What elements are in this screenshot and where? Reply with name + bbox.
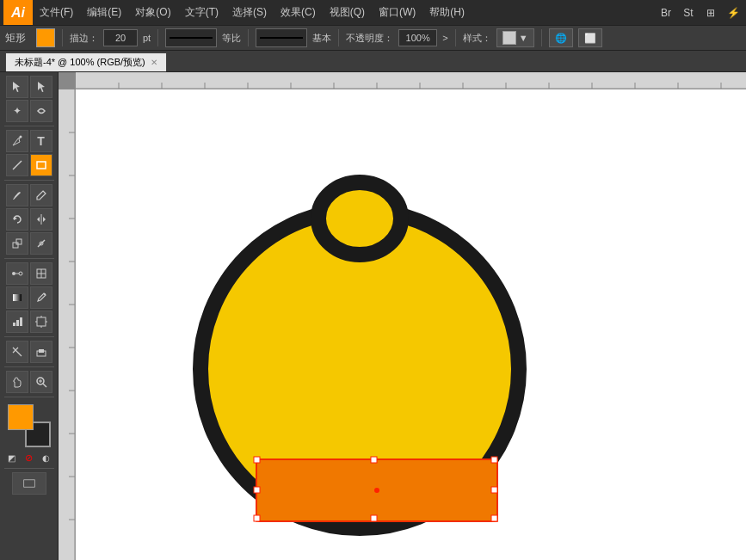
svg-rect-67: [254, 457, 260, 463]
stock-icon[interactable]: St: [679, 3, 698, 22]
svg-rect-29: [39, 349, 44, 353]
svg-point-2: [19, 136, 22, 138]
tool-row-12: [6, 371, 52, 393]
tool-row-4: [6, 154, 52, 176]
style-btn[interactable]: ▼: [496, 28, 534, 47]
mesh-tool[interactable]: [30, 262, 52, 285]
fill-color-swatch[interactable]: [8, 404, 34, 430]
menu-type[interactable]: 文字(T): [178, 0, 225, 25]
menu-object[interactable]: 对象(O): [128, 0, 177, 25]
tool-row-2: ✦: [6, 100, 52, 122]
color-area: [4, 404, 54, 447]
svg-marker-1: [38, 82, 45, 92]
svg-rect-4: [37, 162, 46, 169]
menu-effect[interactable]: 效果(C): [274, 0, 323, 25]
paintbrush-tool[interactable]: [6, 184, 28, 206]
eyedropper-tool[interactable]: [30, 286, 52, 309]
pencil-tool[interactable]: [30, 184, 52, 206]
svg-point-13: [19, 272, 22, 275]
gradient-tool[interactable]: [6, 286, 28, 309]
svg-rect-74: [491, 487, 497, 493]
svg-marker-8: [43, 217, 46, 222]
menu-view[interactable]: 视图(Q): [323, 0, 372, 25]
mirror-tool[interactable]: [30, 208, 52, 231]
left-toolbar: ✦ T: [0, 72, 59, 560]
menu-help[interactable]: 帮助(H): [422, 0, 472, 25]
graph-tool[interactable]: [6, 311, 28, 333]
stroke-line-preview2[interactable]: [256, 28, 307, 47]
menu-items: 文件(F) 编辑(E) 对象(O) 文字(T) 选择(S) 效果(C) 视图(Q…: [33, 0, 657, 25]
tab-close-icon[interactable]: ✕: [151, 58, 157, 67]
svg-rect-20: [13, 323, 15, 326]
svg-point-64: [318, 182, 401, 255]
slice-tool[interactable]: [6, 341, 28, 363]
tab-bar: 未标题-4* @ 100% (RGB/预览) ✕: [0, 51, 746, 72]
search-icon[interactable]: ⚡: [724, 3, 743, 22]
svg-rect-9: [13, 243, 18, 248]
tool-row-7: [6, 232, 52, 255]
opacity-input[interactable]: [398, 29, 437, 46]
proportional-label: 等比: [222, 32, 241, 45]
line-tool[interactable]: [6, 154, 28, 176]
artboard-tool[interactable]: [30, 311, 52, 333]
hand-tool[interactable]: [6, 371, 28, 393]
lasso-tool[interactable]: [30, 100, 52, 122]
svg-line-31: [43, 384, 46, 387]
select-tool[interactable]: [6, 76, 28, 98]
svg-rect-71: [371, 457, 377, 463]
rotate-tool[interactable]: [6, 208, 28, 231]
app-logo: Ai: [3, 0, 33, 25]
svg-rect-68: [491, 457, 497, 463]
tool-row-11: [6, 341, 52, 363]
style-label: 样式：: [463, 32, 491, 45]
svg-point-12: [12, 272, 15, 275]
tab-main[interactable]: 未标题-4* @ 100% (RGB/预览) ✕: [5, 52, 167, 71]
magic-wand-tool[interactable]: ✦: [6, 100, 28, 122]
menu-window[interactable]: 窗口(W): [372, 0, 422, 25]
svg-rect-21: [16, 320, 19, 326]
blend-tool[interactable]: [6, 262, 28, 285]
gradient-color-btn[interactable]: ◐: [40, 451, 53, 465]
menu-file[interactable]: 文件(F): [33, 0, 80, 25]
direct-select-tool[interactable]: [30, 76, 52, 98]
tool-row-3: T: [6, 130, 52, 152]
stroke-input[interactable]: [103, 29, 138, 46]
pen-tool[interactable]: [6, 130, 28, 152]
zoom-tool[interactable]: [30, 371, 52, 393]
svg-marker-0: [13, 82, 20, 92]
svg-rect-69: [254, 515, 260, 521]
tool-row-5: [6, 184, 52, 206]
svg-marker-7: [37, 217, 40, 222]
svg-rect-72: [371, 515, 377, 521]
shape-label: 矩形: [5, 31, 31, 46]
svg-point-19: [44, 293, 46, 295]
svg-rect-18: [13, 294, 22, 301]
default-colors-btn[interactable]: ◩: [5, 451, 19, 465]
opacity-arrow: >: [442, 33, 447, 43]
bridge-icon[interactable]: Br: [657, 3, 675, 22]
svg-rect-10: [16, 239, 22, 244]
svg-line-3: [13, 161, 22, 169]
artboard-btn[interactable]: ⬜: [578, 28, 602, 47]
toolbar-fill-color[interactable]: [36, 28, 55, 47]
svg-rect-70: [491, 515, 497, 521]
canvas-btn[interactable]: 🌐: [549, 28, 573, 47]
menu-select[interactable]: 选择(S): [225, 0, 274, 25]
canvas-area: X/网system.com: [59, 72, 746, 560]
svg-rect-22: [20, 317, 22, 326]
eraser-tool[interactable]: [30, 341, 52, 363]
svg-marker-5: [14, 217, 17, 220]
color-mode-row: ◩ ⊘ ◐: [5, 451, 53, 465]
scale-tool[interactable]: [6, 232, 28, 255]
ruler-left: [59, 89, 76, 560]
change-screen-btn[interactable]: [12, 472, 46, 495]
rect-tool[interactable]: [30, 154, 52, 176]
toolbar: 矩形 描边： pt 等比 基本 不透明度： > 样式： ▼ 🌐 ⬜: [0, 25, 746, 51]
reshape-tool[interactable]: [30, 232, 52, 255]
basic-label: 基本: [312, 32, 331, 45]
menu-edit[interactable]: 编辑(E): [80, 0, 128, 25]
workspace-icon[interactable]: ⊞: [701, 3, 720, 22]
none-color-btn[interactable]: ⊘: [22, 451, 36, 465]
type-tool[interactable]: T: [30, 130, 52, 152]
stroke-line-preview1[interactable]: [165, 28, 217, 47]
